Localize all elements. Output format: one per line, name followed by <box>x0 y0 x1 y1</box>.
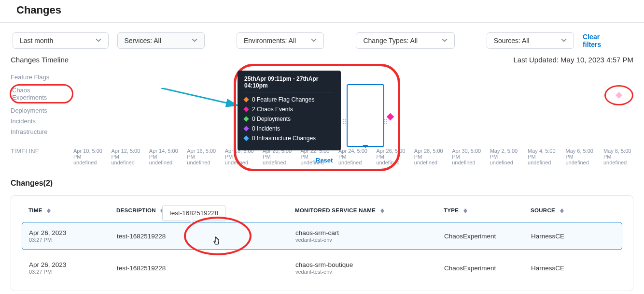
timeline-tick: May 6, 5:00 PMundefined <box>565 148 595 165</box>
page-title: Changes <box>0 0 644 22</box>
date-range-label: Last month <box>20 37 53 44</box>
tooltip-item-text: 2 Chaos Events <box>252 106 293 113</box>
divider <box>0 22 644 23</box>
sort-icon <box>560 208 564 213</box>
grip-left-icon[interactable] <box>343 119 347 127</box>
environments-select[interactable]: Environments: All <box>237 32 324 49</box>
timeline-tick: May 2, 5:00 PMundefined <box>490 148 520 165</box>
col-label: DESCRIPTION <box>116 207 156 213</box>
sort-icon <box>380 208 384 213</box>
reset-link[interactable]: Reset <box>316 157 333 164</box>
annotation-arrow-icon <box>161 88 243 117</box>
annotation-chaos-circle: Chaos Experiments <box>10 84 73 103</box>
timeline-tick: Apr 26, 5:00 PMundefined <box>376 148 406 165</box>
clear-filters-link[interactable]: Clear filters <box>583 33 631 48</box>
cell-time: Apr 26, 202303:27 PM <box>29 261 117 275</box>
col-header-source[interactable]: SOURCE <box>531 207 616 213</box>
diamond-icon <box>59 92 62 95</box>
cell-description: test-1682519228 <box>117 233 295 240</box>
annotation-right-circle <box>604 85 633 105</box>
chevron-down-icon <box>561 37 567 44</box>
tooltip-item: 0 Infrastructure Changes <box>244 135 334 142</box>
services-select[interactable]: Services: All <box>117 32 205 49</box>
track-label-infrastructure: Infrastructure <box>11 128 73 135</box>
table-header: TIME DESCRIPTION MONITORED SERVICE NAME … <box>11 196 633 218</box>
cell-type: ChaosExperiment <box>444 265 531 272</box>
changes-count-header: Changes(2) <box>0 165 644 195</box>
table-body: Apr 26, 202303:27 PMtest-1682519228chaos… <box>11 222 633 291</box>
timeline-tooltip: 25thApr 09:11pm - 27thApr 04:10pm 0 Feat… <box>238 71 341 150</box>
tooltip-item-text: 0 Feature Flag Changes <box>252 96 314 103</box>
col-header-type[interactable]: TYPE <box>444 207 531 213</box>
diamond-icon <box>243 116 249 121</box>
track-label-feature-flags: Feature Flags <box>11 74 73 81</box>
col-label: SOURCE <box>531 207 555 213</box>
timeline-selection-box[interactable] <box>347 84 384 147</box>
changes-table: TIME DESCRIPTION MONITORED SERVICE NAME … <box>11 195 633 291</box>
col-label: MONITORED SERVICE NAME <box>295 207 376 213</box>
chevron-down-icon <box>96 37 101 44</box>
timeline-tick: Apr 30, 5:00 PMundefined <box>452 148 482 165</box>
last-updated: Last Updated: May 10, 2023 4:57 PM <box>514 56 634 64</box>
diamond-icon <box>243 106 249 112</box>
tooltip-range: 25thApr 09:11pm - 27thApr 04:10pm <box>244 75 334 92</box>
date-range-select[interactable]: Last month <box>13 32 109 49</box>
timeline-tick: Apr 16, 5:00 PMundefined <box>187 148 217 165</box>
diamond-icon <box>243 97 249 102</box>
timeline-tick: May 4, 5:00 PMundefined <box>528 148 558 165</box>
tooltip-item: 0 Feature Flag Changes <box>244 96 334 103</box>
sort-icon <box>47 208 51 213</box>
timeline-track-area[interactable]: 25thApr 09:11pm - 27thApr 04:10pm 0 Feat… <box>73 69 633 136</box>
timeline-tick: Apr 20, 5:00 PMundefined <box>263 148 293 165</box>
tooltip-item-text: 0 Incidents <box>252 125 280 132</box>
tooltip-item-text: 0 Deployments <box>252 116 291 122</box>
chevron-down-icon <box>311 37 317 44</box>
svg-line-0 <box>161 88 238 105</box>
cell-type: ChaosExperiment <box>444 233 531 240</box>
tooltip-item-text: 0 Infrastructure Changes <box>252 135 316 142</box>
timeline-section-title: Changes Timeline <box>11 56 69 64</box>
tooltip-item: 2 Chaos Events <box>244 106 334 113</box>
chevron-down-icon <box>192 37 197 44</box>
filters-row: Last month Services: All Environments: A… <box>0 32 644 56</box>
track-label-incidents: Incidents <box>11 118 73 125</box>
table-row[interactable]: Apr 26, 202303:27 PMtest-1682519228chaos… <box>22 222 622 250</box>
col-header-time[interactable]: TIME <box>28 207 116 213</box>
timeline-tick: Apr 12, 5:00 PMundefined <box>111 148 141 165</box>
diamond-icon <box>243 126 249 131</box>
chevron-down-icon <box>442 37 448 44</box>
services-label: Services: All <box>125 37 161 44</box>
cell-source: HarnessCE <box>531 265 615 272</box>
cell-monitored-service: chaos-srm-cartvedant-test-env <box>295 229 444 243</box>
tooltip-item: 0 Incidents <box>244 125 334 132</box>
track-label-chaos: Chaos Experiments <box>12 87 47 101</box>
change-types-select[interactable]: Change Types: All <box>356 32 454 49</box>
environments-label: Environments: All <box>244 37 296 44</box>
table-row[interactable]: Apr 26, 202303:27 PMtest-1682519228chaos… <box>22 254 622 282</box>
timeline-tick: May 8, 5:00 PMundefined <box>603 148 633 165</box>
col-label: TYPE <box>444 207 459 213</box>
timeline-tick: Apr 14, 5:00 PMundefined <box>149 148 179 165</box>
tooltip-item: 0 Deployments <box>244 116 334 122</box>
timeline-row-label: TIMELINE <box>11 148 73 155</box>
track-label-deployments: Deployments <box>11 107 73 114</box>
timeline-ticks: Apr 10, 5:00 PMundefinedApr 12, 5:00 PMu… <box>73 148 633 165</box>
cell-time: Apr 26, 202303:27 PM <box>29 229 117 243</box>
col-header-monitored[interactable]: MONITORED SERVICE NAME <box>295 207 444 213</box>
change-types-label: Change Types: All <box>363 37 418 44</box>
sort-icon <box>463 208 467 213</box>
timeline-track-labels: Feature Flags Chaos Experiments Deployme… <box>11 69 73 136</box>
cell-monitored-service: chaos-srm-boutiquevedant-test-env <box>295 261 444 275</box>
sources-select[interactable]: Sources: All <box>487 32 574 49</box>
col-label: TIME <box>28 207 42 213</box>
diamond-icon <box>616 92 622 99</box>
timeline-tick: Apr 18, 5:00 PMundefined <box>225 148 255 165</box>
sources-label: Sources: All <box>494 37 530 44</box>
timeline-tick: Apr 10, 5:00 PMundefined <box>73 148 103 165</box>
diamond-icon <box>243 135 249 141</box>
grip-right-icon[interactable] <box>384 119 388 127</box>
cell-description: test-1682519228 <box>117 265 295 272</box>
timeline-tick: Apr 28, 5:00 PMundefined <box>414 148 444 165</box>
description-tooltip: test-1682519228 <box>162 205 225 221</box>
timeline-area: Feature Flags Chaos Experiments Deployme… <box>0 67 644 136</box>
